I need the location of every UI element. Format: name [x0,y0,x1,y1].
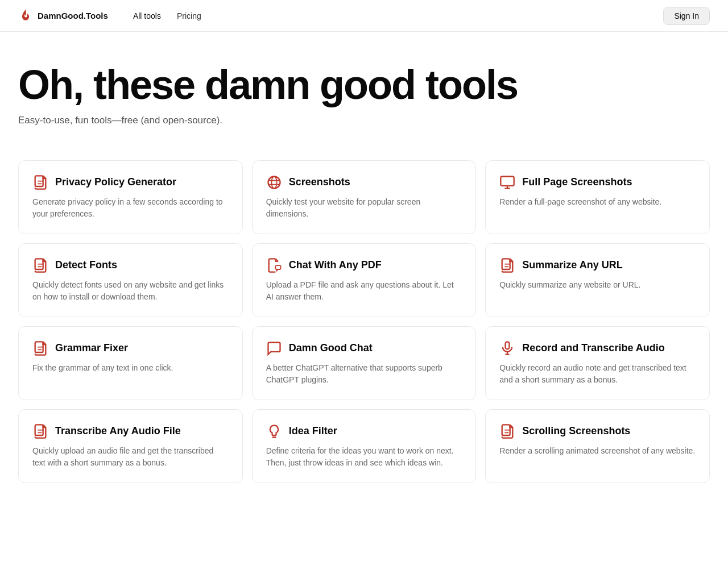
navbar: DamnGood.Tools All tools Pricing Sign In [0,0,728,32]
doc-red-icon [32,340,48,356]
tool-description: Fix the grammar of any text in one click… [32,362,229,374]
tool-description: Generate privacy policy in a few seconds… [32,196,229,220]
hero-subtitle: Easy-to-use, fun tools—free (and open-so… [18,115,710,126]
monitor-red-icon [499,174,515,190]
tool-title: Screenshots [289,176,350,188]
bulb-red-icon [266,423,282,439]
tool-card-header: Transcribe Any Audio File [32,423,229,439]
tool-description: Quickly record an audio note and get tra… [499,362,696,386]
nav-links: All tools Pricing [126,8,664,24]
tool-card-record-transcribe-audio[interactable]: Record and Transcribe Audio Quickly reco… [485,326,710,400]
svg-point-3 [268,176,280,188]
tool-card-transcribe-any-audio-file[interactable]: Transcribe Any Audio File Quickly upload… [18,409,243,483]
tool-card-header: Grammar Fixer [32,340,229,356]
doc-red-icon [499,423,515,439]
tool-title: Transcribe Any Audio File [55,425,181,437]
tool-card-header: Damn Good Chat [266,340,462,356]
tool-card-header: Privacy Policy Generator [32,174,229,190]
brand-logo[interactable]: DamnGood.Tools [18,9,108,23]
tool-card-full-page-screenshots[interactable]: Full Page Screenshots Render a full-page… [485,160,710,234]
tool-card-header: Scrolling Screenshots [499,423,696,439]
tools-grid: Privacy Policy Generator Generate privac… [0,147,728,506]
tool-title: Chat With Any PDF [289,259,382,271]
tool-description: Render a full-page screenshot of any web… [499,196,696,208]
tool-description: Define criteria for the ideas you want t… [266,445,462,469]
tool-card-summarize-any-url[interactable]: Summarize Any URL Quickly summarize any … [485,243,710,317]
tool-description: Quickly test your website for popular sc… [266,196,462,220]
tool-description: Upload a PDF file and ask any questions … [266,279,462,303]
tool-card-screenshots[interactable]: Screenshots Quickly test your website fo… [252,160,477,234]
flame-icon [18,9,33,23]
tool-title: Grammar Fixer [55,342,128,354]
doc-chat-red-icon [266,257,282,273]
svg-rect-20 [506,342,510,349]
svg-point-4 [271,176,276,188]
svg-rect-7 [501,176,514,185]
tool-card-damn-good-chat[interactable]: Damn Good Chat A better ChatGPT alternat… [252,326,477,400]
doc-red-icon [499,257,515,273]
tool-title: Full Page Screenshots [522,176,632,188]
doc-red-icon [32,257,48,273]
tool-title: Privacy Policy Generator [55,176,176,188]
globe-red-icon [266,174,282,190]
tool-card-detect-fonts[interactable]: Detect Fonts Quickly detect fonts used o… [18,243,243,317]
doc-red-icon [32,174,48,190]
tool-card-header: Chat With Any PDF [266,257,462,273]
tool-card-idea-filter[interactable]: Idea Filter Define criteria for the idea… [252,409,477,483]
tool-description: A better ChatGPT alternative that suppor… [266,362,462,386]
tool-card-privacy-policy-generator[interactable]: Privacy Policy Generator Generate privac… [18,160,243,234]
tool-description: Quickly detect fonts used on any website… [32,279,229,303]
tool-card-header: Full Page Screenshots [499,174,696,190]
tool-card-header: Detect Fonts [32,257,229,273]
tool-title: Record and Transcribe Audio [522,342,664,354]
svg-rect-13 [275,265,280,269]
tool-card-scrolling-screenshots[interactable]: Scrolling Screenshots Render a scrolling… [485,409,710,483]
nav-link-pricing[interactable]: Pricing [170,8,208,24]
brand-name: DamnGood.Tools [38,11,108,20]
tool-description: Quickly summarize any website or URL. [499,279,696,291]
chat-red-icon [266,340,282,356]
tool-title: Summarize Any URL [522,259,622,271]
tool-card-header: Idea Filter [266,423,462,439]
tool-card-header: Summarize Any URL [499,257,696,273]
nav-link-all-tools[interactable]: All tools [126,8,168,24]
tool-title: Idea Filter [289,425,337,437]
tool-description: Quickly upload an audio file and get the… [32,445,229,469]
doc-red-icon [32,423,48,439]
tool-card-chat-with-any-pdf[interactable]: Chat With Any PDF Upload a PDF file and … [252,243,477,317]
tool-title: Damn Good Chat [289,342,373,354]
tool-title: Detect Fonts [55,259,117,271]
hero-title: Oh, these damn good tools [18,64,710,107]
mic-red-icon [499,340,515,356]
tool-card-header: Record and Transcribe Audio [499,340,696,356]
tool-title: Scrolling Screenshots [522,425,630,437]
tool-card-header: Screenshots [266,174,462,190]
sign-in-button[interactable]: Sign In [663,7,710,25]
tool-card-grammar-fixer[interactable]: Grammar Fixer Fix the grammar of any tex… [18,326,243,400]
tool-description: Render a scrolling animated screenshot o… [499,445,696,457]
hero-section: Oh, these damn good tools Easy-to-use, f… [0,32,728,147]
